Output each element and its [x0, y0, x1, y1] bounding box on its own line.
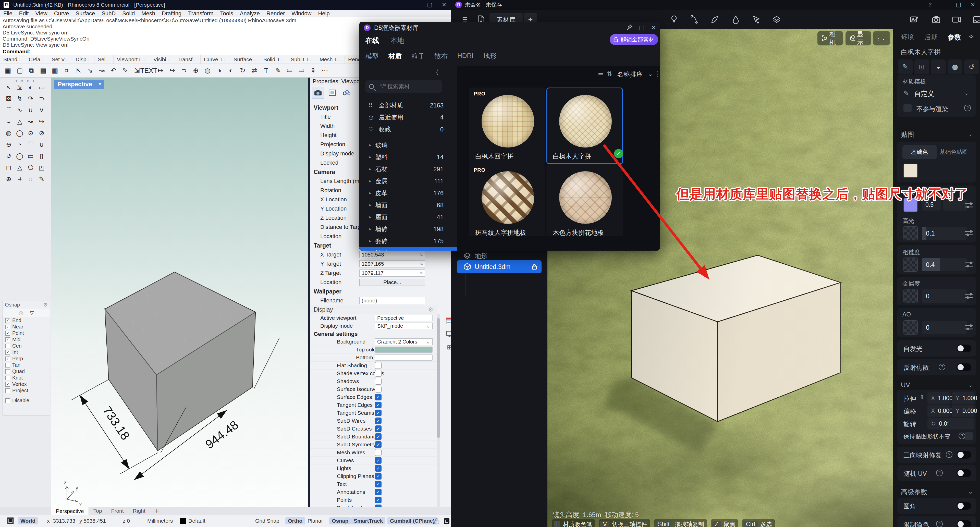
display-checkbox[interactable]: ✓	[375, 449, 382, 456]
base-color-tab[interactable]: 基础色	[902, 145, 937, 159]
toolbar-icon[interactable]: ⊕	[190, 65, 202, 76]
tool-icon[interactable]: ↷	[25, 94, 36, 104]
display-mode-button[interactable]: 显示	[845, 31, 871, 45]
cplane-swatch-icon[interactable]	[7, 517, 14, 525]
minimize-button[interactable]: –	[408, 0, 423, 10]
toolbar-tab[interactable]: Viewport L...	[114, 56, 150, 64]
material-category-row[interactable]: 屋面 41	[360, 211, 457, 223]
osnap-checkbox[interactable]: ✓	[5, 338, 10, 342]
viewport-tab[interactable]: Front	[107, 507, 128, 515]
tool-icon[interactable]: ⊘	[37, 128, 47, 139]
slider-settings-icon[interactable]	[964, 261, 974, 268]
toolbar-icon[interactable]: ▢	[14, 65, 25, 76]
slider-settings-icon[interactable]	[964, 201, 974, 209]
display-checkbox[interactable]: ✓	[375, 417, 382, 424]
material-tool-button[interactable]: ↺	[964, 59, 979, 74]
display-checkbox[interactable]: ✓	[375, 457, 382, 464]
no-render-checkbox[interactable]	[904, 104, 912, 112]
toolbar-icon[interactable]: ⌗	[61, 65, 73, 76]
maximize-icon[interactable]: ▢	[639, 24, 645, 32]
help-icon[interactable]: ?	[923, 0, 937, 10]
tool-icon[interactable]: ⌣	[3, 117, 14, 127]
material-tool-icon[interactable]	[688, 13, 700, 26]
toolbar-icon[interactable]: ⧉	[25, 65, 37, 76]
material-card[interactable]: PRO 斑马纹人字拼地板 ✓	[469, 164, 546, 236]
toolbar-icon[interactable]: ◐	[225, 65, 237, 76]
menu-item[interactable]: Surface	[72, 10, 98, 17]
osnap-disable-checkbox[interactable]: ✓	[5, 398, 10, 403]
osnap-option[interactable]: ✓End	[3, 317, 50, 323]
tool-icon[interactable]: ◔	[14, 139, 25, 150]
tool-icon[interactable]: ∿	[14, 105, 25, 115]
terrain-tool-icon[interactable]	[770, 13, 783, 26]
advanced-section-header[interactable]: 高级参数	[901, 488, 928, 497]
asset-category-tab[interactable]: HDRI	[457, 52, 474, 61]
display-setting-value[interactable]: Perspective	[375, 315, 433, 321]
toolbar-icon[interactable]: ✎	[119, 65, 131, 76]
close-icon[interactable]: ✕	[651, 24, 656, 32]
tool-icon[interactable]: ⊖	[3, 139, 14, 150]
display-checkbox[interactable]: ✓	[375, 425, 382, 432]
toolbar-icon[interactable]: ≕	[296, 65, 307, 76]
uv-offset-y[interactable]: Y0.000	[952, 405, 974, 417]
menu-item[interactable]: Edit	[16, 10, 32, 17]
toolbar-icon[interactable]: ↘	[84, 65, 96, 76]
color-swatch[interactable]	[375, 355, 433, 361]
material-card[interactable]: PRO 白枫木回字拼 ✓	[469, 88, 546, 164]
osnap-checkbox[interactable]: ✓	[5, 325, 10, 329]
material-category-row[interactable]: 地板 244	[360, 247, 457, 251]
ai-sparkle-icon[interactable]: ✧	[968, 33, 974, 41]
tool-icon[interactable]: ⌒	[3, 105, 14, 115]
uv-stretch-y[interactable]: Y1.000	[952, 392, 974, 404]
tool-icon[interactable]: ⊕	[3, 174, 14, 184]
menu-item[interactable]: Window	[288, 10, 315, 17]
toolbar-icon[interactable]: ✎	[272, 65, 284, 76]
property-value[interactable]: (none)	[360, 297, 425, 304]
osnap-option[interactable]: ✓Int	[3, 349, 50, 355]
display-checkbox[interactable]: ✓	[375, 370, 382, 377]
viewport-title[interactable]: Perspective	[54, 80, 96, 89]
render-image-icon[interactable]	[908, 13, 921, 26]
asset-category-tab[interactable]: 散布	[434, 52, 448, 61]
local-tab[interactable]: 本地	[390, 36, 404, 45]
uv-offset-x[interactable]: X0.000	[928, 405, 950, 417]
base-color-map-tab[interactable]: 基础色贴图	[937, 145, 971, 159]
tool-icon[interactable]: △	[14, 117, 25, 127]
new-viewport-tab-icon[interactable]: ✛	[150, 507, 164, 515]
tool-icon[interactable]: ↯	[14, 94, 25, 104]
toolbar-icon[interactable]: T	[260, 65, 272, 76]
render-queue-icon[interactable]	[970, 13, 980, 26]
osnap-mode-icon[interactable]: ◎	[19, 310, 23, 316]
list-view-icon[interactable]: ≔	[597, 70, 604, 78]
help-icon[interactable]: ?	[936, 470, 943, 476]
overflow-toggle[interactable]	[956, 521, 971, 527]
sort-label[interactable]: 名称排序	[617, 70, 643, 79]
property-value[interactable]: 1050.543	[360, 251, 425, 258]
tool-icon[interactable]: ↝	[25, 117, 36, 127]
uv-section-header[interactable]: UV	[901, 381, 910, 389]
display-checkbox[interactable]: ✓	[375, 489, 382, 495]
screenshot-icon[interactable]	[930, 13, 942, 26]
chevron-down-icon[interactable]: ⌄	[968, 382, 973, 388]
tool-icon[interactable]: ⇲	[14, 82, 25, 92]
cplane-button[interactable]: World	[18, 517, 38, 524]
toolbar-icon[interactable]: ↶	[108, 65, 119, 76]
grid-snap-toggle[interactable]: Grid Snap	[255, 518, 280, 524]
toolbar-icon[interactable]: ⇞	[307, 65, 319, 76]
base-color-swatch[interactable]	[904, 164, 918, 178]
toolbar-tab[interactable]: Transf...	[174, 56, 200, 64]
toolbar-icon[interactable]: ≔	[284, 65, 296, 76]
asset-category-tab[interactable]: 模型	[366, 52, 379, 61]
panel-tab[interactable]: 环境	[901, 33, 914, 42]
menu-item[interactable]: Drafting	[159, 10, 185, 17]
viewport-tab[interactable]: Right	[128, 507, 150, 515]
tool-icon[interactable]: ▭	[25, 151, 36, 161]
help-icon[interactable]: ?	[936, 521, 943, 527]
tool-icon[interactable]: △	[14, 162, 25, 172]
select-plus-tool-icon[interactable]	[750, 13, 762, 26]
osnap-checkbox[interactable]: ✓	[5, 388, 10, 393]
viewport-dropdown-icon[interactable]: ▼	[96, 80, 104, 89]
uv-rotate-field[interactable]: ↻0.0°	[928, 418, 974, 430]
tool-icon[interactable]: ∪	[37, 139, 47, 150]
asset-category-tab[interactable]: 粒子	[411, 52, 425, 61]
